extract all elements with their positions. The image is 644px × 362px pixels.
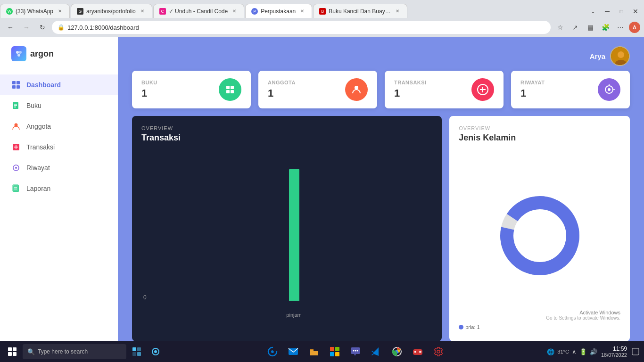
taskbar-app-file-explorer[interactable] bbox=[305, 342, 323, 361]
taskbar-search-text: Type here to search bbox=[38, 348, 88, 355]
sidebar-item-buku[interactable]: Buku bbox=[0, 95, 118, 116]
taskbar-app-edge[interactable] bbox=[263, 342, 282, 361]
bookmark-star-icon[interactable]: ☆ bbox=[553, 21, 567, 34]
sidebar-item-riwayat[interactable]: Riwayat bbox=[0, 157, 118, 178]
tab-close-buku-kancil[interactable]: ✕ bbox=[394, 8, 401, 15]
tab-favicon-whatsapp: W bbox=[6, 8, 13, 15]
time-display[interactable]: 11:59 18/07/2022 bbox=[601, 346, 627, 358]
bar-pinjam bbox=[289, 169, 299, 301]
tab-close-whatsapp[interactable]: ✕ bbox=[56, 8, 64, 15]
speaker-icon[interactable]: 🔊 bbox=[590, 348, 597, 355]
tab-perpustakaan[interactable]: P Perpustakaan ✕ bbox=[245, 4, 312, 18]
sidebar-item-anggota[interactable]: Anggota bbox=[0, 116, 118, 137]
main-content: Arya BUKU 1 bbox=[118, 37, 644, 341]
address-text: 127.0.0.1:8000/dashboard bbox=[67, 24, 545, 31]
taskbar-app-gamepad[interactable] bbox=[408, 342, 427, 361]
svg-rect-18 bbox=[13, 185, 19, 192]
taskbar-middle bbox=[263, 342, 448, 361]
collections-icon[interactable]: ▤ bbox=[584, 21, 597, 34]
activate-windows-line1: Activate Windows bbox=[546, 310, 620, 315]
tab-portofolio[interactable]: G aryanibos/portofolio ✕ bbox=[71, 4, 152, 18]
notification-button[interactable] bbox=[631, 347, 640, 356]
taskbar: 🔍 Type here to search bbox=[0, 341, 644, 362]
svg-rect-46 bbox=[310, 349, 314, 350]
tab-favicon-unduh: C bbox=[159, 8, 166, 15]
taskbar-app-widgets[interactable] bbox=[128, 343, 145, 360]
stat-icon-transaksi bbox=[471, 78, 494, 101]
sidebar: argon Dashboard bbox=[0, 37, 118, 341]
forward-button[interactable]: → bbox=[20, 21, 33, 34]
toolbar-icons: ☆ ↗ ▤ 🧩 ⋯ A bbox=[553, 21, 640, 34]
tab-whatsapp[interactable]: W (33) WhatsApp ✕ bbox=[0, 4, 70, 18]
tab-close-perpustakaan[interactable]: ✕ bbox=[298, 8, 306, 15]
windows-start-icon bbox=[8, 347, 17, 356]
taskbar-search-icon: 🔍 bbox=[27, 348, 35, 355]
arrow-up-icon: ∧ bbox=[572, 348, 577, 355]
tab-label-portofolio: aryanibos/portofolio bbox=[86, 8, 136, 15]
taskbar-app-chat[interactable] bbox=[346, 342, 365, 361]
svg-rect-50 bbox=[335, 352, 339, 356]
tab-buku-kancil[interactable]: B Buku Kancil Dan Buaya [fu.. ✕ bbox=[313, 4, 407, 18]
sidebar-item-laporan[interactable]: Laporan bbox=[0, 178, 118, 199]
sidebar-item-buku-label: Buku bbox=[26, 102, 41, 109]
legend-pria-label: pria: 1 bbox=[465, 324, 480, 330]
taskbar-app-settings[interactable] bbox=[429, 342, 448, 361]
svg-rect-62 bbox=[632, 348, 639, 355]
tab-label-buku-kancil: Buku Kancil Dan Buaya [fu.. bbox=[329, 8, 391, 15]
address-box[interactable]: 🔒 127.0.0.1:8000/dashboard bbox=[52, 21, 551, 34]
logo-icon bbox=[11, 46, 26, 61]
taskbar-app-vscode[interactable] bbox=[367, 342, 386, 361]
sidebar-item-dashboard-label: Dashboard bbox=[26, 81, 61, 89]
tab-favicon-portofolio: G bbox=[77, 8, 83, 15]
sidebar-item-transaksi-label: Transaksi bbox=[26, 143, 55, 151]
network-icon[interactable]: 🌐 bbox=[547, 348, 554, 355]
taskbar-app-mail[interactable] bbox=[284, 342, 303, 361]
sidebar-item-laporan-label: Laporan bbox=[26, 185, 50, 192]
anggota-icon bbox=[11, 122, 21, 131]
lock-icon: 🔒 bbox=[58, 24, 65, 31]
sidebar-item-riwayat-label: Riwayat bbox=[26, 164, 50, 172]
svg-point-34 bbox=[608, 88, 611, 91]
share-icon[interactable]: ↗ bbox=[569, 21, 582, 34]
browser-profile[interactable]: A bbox=[629, 22, 640, 33]
svg-point-54 bbox=[357, 350, 358, 352]
svg-rect-27 bbox=[231, 86, 234, 89]
taskbar-app-chrome[interactable] bbox=[388, 342, 406, 361]
battery-icon: 🔋 bbox=[579, 348, 587, 355]
minimize-btn[interactable]: ─ bbox=[601, 5, 614, 18]
donut-container: Activate Windows Go to Settings to activ… bbox=[459, 150, 620, 321]
close-btn[interactable]: ✕ bbox=[629, 5, 642, 18]
tab-list-btn[interactable]: ⌄ bbox=[586, 5, 600, 18]
taskbar-app-cortana[interactable] bbox=[147, 343, 164, 360]
start-button[interactable] bbox=[4, 343, 21, 360]
legend-pria: pria: 1 bbox=[459, 324, 480, 330]
svg-rect-4 bbox=[17, 81, 20, 84]
back-button[interactable]: ← bbox=[4, 21, 17, 34]
bar-chart-bars bbox=[156, 150, 432, 301]
sidebar-item-transaksi[interactable]: Transaksi bbox=[0, 137, 118, 157]
tab-bar: W (33) WhatsApp ✕ G aryanibos/portofolio… bbox=[0, 0, 644, 18]
sidebar-nav: Dashboard Buku bbox=[0, 71, 118, 341]
time-text: 11:59 bbox=[601, 346, 627, 352]
taskbar-app-store[interactable] bbox=[325, 342, 344, 361]
settings-icon[interactable]: ⋯ bbox=[614, 21, 627, 34]
tab-close-portofolio[interactable]: ✕ bbox=[139, 8, 146, 15]
svg-rect-48 bbox=[335, 347, 339, 351]
app-container: argon Dashboard bbox=[0, 37, 644, 341]
temperature-text: 31°C bbox=[557, 349, 569, 354]
svg-rect-25 bbox=[226, 86, 230, 89]
extensions-icon[interactable]: 🧩 bbox=[599, 21, 612, 34]
stat-info-buku: BUKU 1 bbox=[141, 80, 157, 99]
maximize-btn[interactable]: □ bbox=[615, 5, 628, 18]
stat-value-transaksi: 1 bbox=[394, 87, 427, 99]
taskbar-search-box[interactable]: 🔍 Type here to search bbox=[23, 344, 126, 359]
taskbar-left: 🔍 Type here to search bbox=[4, 343, 164, 360]
svg-rect-58 bbox=[414, 351, 416, 353]
tab-close-unduh[interactable]: ✕ bbox=[231, 8, 238, 15]
sidebar-item-dashboard[interactable]: Dashboard bbox=[0, 74, 118, 95]
logo-text: argon bbox=[30, 49, 54, 59]
tab-unduh[interactable]: C ✓ Unduh - Candil Code ✕ bbox=[153, 4, 244, 18]
svg-rect-28 bbox=[231, 90, 234, 93]
reload-button[interactable]: ↻ bbox=[36, 21, 49, 34]
tab-label-unduh: ✓ Unduh - Candil Code bbox=[169, 8, 228, 15]
